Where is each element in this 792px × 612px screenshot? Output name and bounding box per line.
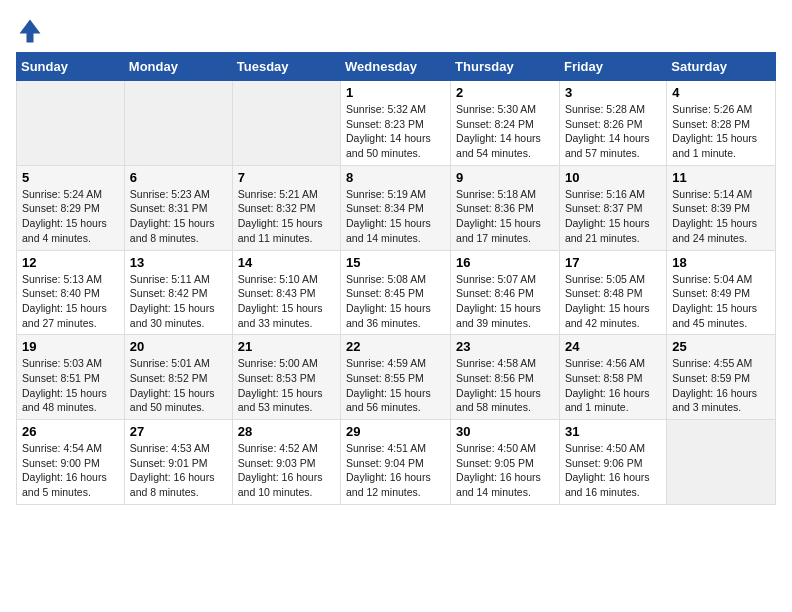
calendar-cell [17,81,125,166]
day-info: Sunrise: 5:16 AM Sunset: 8:37 PM Dayligh… [565,187,661,246]
day-info: Sunrise: 5:18 AM Sunset: 8:36 PM Dayligh… [456,187,554,246]
calendar-body: 1 Sunrise: 5:32 AM Sunset: 8:23 PM Dayli… [17,81,776,505]
day-number: 5 [22,170,119,185]
day-info: Sunrise: 5:19 AM Sunset: 8:34 PM Dayligh… [346,187,445,246]
calendar-cell: 14 Sunrise: 5:10 AM Sunset: 8:43 PM Dayl… [232,250,340,335]
calendar-week-row: 5 Sunrise: 5:24 AM Sunset: 8:29 PM Dayli… [17,165,776,250]
day-info: Sunrise: 4:52 AM Sunset: 9:03 PM Dayligh… [238,441,335,500]
calendar-cell: 23 Sunrise: 4:58 AM Sunset: 8:56 PM Dayl… [451,335,560,420]
day-info: Sunrise: 5:30 AM Sunset: 8:24 PM Dayligh… [456,102,554,161]
day-number: 2 [456,85,554,100]
header [16,16,776,44]
day-number: 26 [22,424,119,439]
calendar-cell: 24 Sunrise: 4:56 AM Sunset: 8:58 PM Dayl… [559,335,666,420]
calendar-cell [667,420,776,505]
calendar-cell: 10 Sunrise: 5:16 AM Sunset: 8:37 PM Dayl… [559,165,666,250]
day-info: Sunrise: 5:01 AM Sunset: 8:52 PM Dayligh… [130,356,227,415]
day-of-week-header: Monday [124,53,232,81]
day-number: 1 [346,85,445,100]
day-number: 27 [130,424,227,439]
calendar-week-row: 26 Sunrise: 4:54 AM Sunset: 9:00 PM Dayl… [17,420,776,505]
calendar-cell: 22 Sunrise: 4:59 AM Sunset: 8:55 PM Dayl… [341,335,451,420]
calendar-header-row: SundayMondayTuesdayWednesdayThursdayFrid… [17,53,776,81]
day-info: Sunrise: 5:08 AM Sunset: 8:45 PM Dayligh… [346,272,445,331]
day-info: Sunrise: 5:05 AM Sunset: 8:48 PM Dayligh… [565,272,661,331]
day-number: 15 [346,255,445,270]
day-info: Sunrise: 5:21 AM Sunset: 8:32 PM Dayligh… [238,187,335,246]
day-info: Sunrise: 5:00 AM Sunset: 8:53 PM Dayligh… [238,356,335,415]
calendar-cell: 28 Sunrise: 4:52 AM Sunset: 9:03 PM Dayl… [232,420,340,505]
day-info: Sunrise: 5:24 AM Sunset: 8:29 PM Dayligh… [22,187,119,246]
day-number: 22 [346,339,445,354]
day-number: 13 [130,255,227,270]
calendar-cell: 3 Sunrise: 5:28 AM Sunset: 8:26 PM Dayli… [559,81,666,166]
day-number: 4 [672,85,770,100]
calendar-cell: 8 Sunrise: 5:19 AM Sunset: 8:34 PM Dayli… [341,165,451,250]
day-info: Sunrise: 4:51 AM Sunset: 9:04 PM Dayligh… [346,441,445,500]
day-of-week-header: Friday [559,53,666,81]
day-number: 18 [672,255,770,270]
calendar-week-row: 19 Sunrise: 5:03 AM Sunset: 8:51 PM Dayl… [17,335,776,420]
day-number: 3 [565,85,661,100]
calendar-cell [232,81,340,166]
day-of-week-header: Tuesday [232,53,340,81]
day-info: Sunrise: 5:11 AM Sunset: 8:42 PM Dayligh… [130,272,227,331]
day-number: 12 [22,255,119,270]
day-number: 23 [456,339,554,354]
calendar-cell: 9 Sunrise: 5:18 AM Sunset: 8:36 PM Dayli… [451,165,560,250]
day-number: 6 [130,170,227,185]
calendar-cell: 11 Sunrise: 5:14 AM Sunset: 8:39 PM Dayl… [667,165,776,250]
day-number: 19 [22,339,119,354]
calendar-cell: 7 Sunrise: 5:21 AM Sunset: 8:32 PM Dayli… [232,165,340,250]
day-number: 11 [672,170,770,185]
day-number: 29 [346,424,445,439]
day-of-week-header: Thursday [451,53,560,81]
calendar-cell: 16 Sunrise: 5:07 AM Sunset: 8:46 PM Dayl… [451,250,560,335]
day-info: Sunrise: 5:10 AM Sunset: 8:43 PM Dayligh… [238,272,335,331]
day-number: 9 [456,170,554,185]
day-info: Sunrise: 4:50 AM Sunset: 9:05 PM Dayligh… [456,441,554,500]
day-info: Sunrise: 5:04 AM Sunset: 8:49 PM Dayligh… [672,272,770,331]
calendar-cell: 13 Sunrise: 5:11 AM Sunset: 8:42 PM Dayl… [124,250,232,335]
day-number: 31 [565,424,661,439]
calendar-cell: 29 Sunrise: 4:51 AM Sunset: 9:04 PM Dayl… [341,420,451,505]
calendar-cell: 31 Sunrise: 4:50 AM Sunset: 9:06 PM Dayl… [559,420,666,505]
day-number: 10 [565,170,661,185]
day-number: 25 [672,339,770,354]
calendar-week-row: 12 Sunrise: 5:13 AM Sunset: 8:40 PM Dayl… [17,250,776,335]
calendar-cell: 18 Sunrise: 5:04 AM Sunset: 8:49 PM Dayl… [667,250,776,335]
calendar-cell: 5 Sunrise: 5:24 AM Sunset: 8:29 PM Dayli… [17,165,125,250]
calendar-cell: 19 Sunrise: 5:03 AM Sunset: 8:51 PM Dayl… [17,335,125,420]
calendar-cell: 20 Sunrise: 5:01 AM Sunset: 8:52 PM Dayl… [124,335,232,420]
day-of-week-header: Saturday [667,53,776,81]
day-info: Sunrise: 5:28 AM Sunset: 8:26 PM Dayligh… [565,102,661,161]
calendar-cell: 25 Sunrise: 4:55 AM Sunset: 8:59 PM Dayl… [667,335,776,420]
calendar-week-row: 1 Sunrise: 5:32 AM Sunset: 8:23 PM Dayli… [17,81,776,166]
day-of-week-header: Wednesday [341,53,451,81]
day-number: 21 [238,339,335,354]
calendar-table: SundayMondayTuesdayWednesdayThursdayFrid… [16,52,776,505]
day-info: Sunrise: 4:55 AM Sunset: 8:59 PM Dayligh… [672,356,770,415]
day-info: Sunrise: 5:13 AM Sunset: 8:40 PM Dayligh… [22,272,119,331]
day-info: Sunrise: 4:58 AM Sunset: 8:56 PM Dayligh… [456,356,554,415]
logo-icon [16,16,44,44]
day-of-week-header: Sunday [17,53,125,81]
day-info: Sunrise: 4:56 AM Sunset: 8:58 PM Dayligh… [565,356,661,415]
logo [16,16,46,44]
calendar-cell: 30 Sunrise: 4:50 AM Sunset: 9:05 PM Dayl… [451,420,560,505]
day-info: Sunrise: 5:03 AM Sunset: 8:51 PM Dayligh… [22,356,119,415]
day-info: Sunrise: 4:54 AM Sunset: 9:00 PM Dayligh… [22,441,119,500]
calendar-cell: 27 Sunrise: 4:53 AM Sunset: 9:01 PM Dayl… [124,420,232,505]
day-number: 16 [456,255,554,270]
day-number: 24 [565,339,661,354]
day-number: 7 [238,170,335,185]
calendar-cell: 12 Sunrise: 5:13 AM Sunset: 8:40 PM Dayl… [17,250,125,335]
calendar-cell: 26 Sunrise: 4:54 AM Sunset: 9:00 PM Dayl… [17,420,125,505]
calendar-cell: 15 Sunrise: 5:08 AM Sunset: 8:45 PM Dayl… [341,250,451,335]
day-number: 28 [238,424,335,439]
day-info: Sunrise: 5:23 AM Sunset: 8:31 PM Dayligh… [130,187,227,246]
calendar-cell: 1 Sunrise: 5:32 AM Sunset: 8:23 PM Dayli… [341,81,451,166]
day-info: Sunrise: 4:59 AM Sunset: 8:55 PM Dayligh… [346,356,445,415]
day-info: Sunrise: 4:50 AM Sunset: 9:06 PM Dayligh… [565,441,661,500]
day-number: 8 [346,170,445,185]
